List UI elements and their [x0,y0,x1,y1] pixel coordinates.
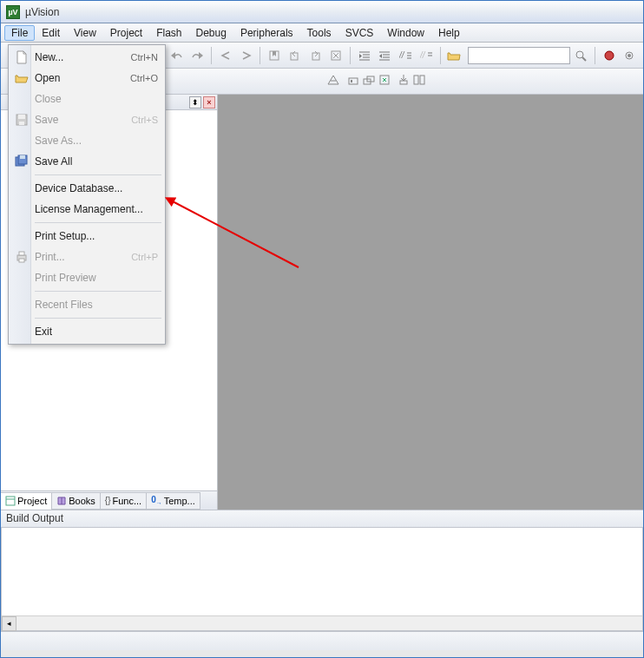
menu-project[interactable]: Project [103,25,149,41]
tab-templates[interactable]: 0→ Temp... [146,492,200,510]
horizontal-scrollbar[interactable]: ◂ [2,615,642,630]
menu-item-print[interactable]: Print... Ctrl+P [10,247,163,267]
batch-build-icon[interactable] [378,74,391,89]
undo-icon[interactable] [168,46,187,65]
save-icon [14,112,30,128]
menu-help[interactable]: Help [431,25,467,41]
menu-item-save[interactable]: Save Ctrl+S [10,109,163,130]
svg-rect-28 [351,80,352,82]
svg-point-21 [576,51,583,58]
comment-icon[interactable]: // [396,46,415,65]
debug-icon[interactable] [600,46,619,65]
tab-functions-label: Func... [113,496,142,506]
find-icon[interactable] [571,46,590,65]
nav-forward-icon[interactable] [237,46,256,65]
title-bar: µV µVision [1,1,643,23]
bookmark-icon[interactable] [265,46,284,65]
rebuild-icon[interactable] [363,74,375,89]
menu-item-license-management[interactable]: License Management... [10,199,163,220]
menu-open-label: Open [35,72,60,84]
menu-save-shortcut: Ctrl+S [131,115,158,125]
window-title: µVision [25,6,59,18]
svg-text://: // [399,50,405,60]
menu-debug[interactable]: Debug [189,25,233,41]
menu-print-shortcut: Ctrl+P [131,252,158,262]
menu-item-close[interactable]: Close [10,89,163,109]
app-icon: µV [6,5,20,19]
svg-rect-45 [19,259,24,262]
menu-item-open[interactable]: Open Ctrl+O [10,68,163,89]
menu-item-print-preview[interactable]: Print Preview [10,267,163,288]
menu-devdb-label: Device Database... [35,182,122,194]
scroll-left-icon[interactable]: ◂ [2,616,16,631]
outdent-icon[interactable] [376,46,395,65]
menu-item-device-database[interactable]: Device Database... [10,178,163,199]
svg-text://: // [420,50,426,60]
menu-new-label: New... [35,51,63,63]
file-dropdown-menu: New... Ctrl+N Open Ctrl+O Close Save Ctr… [8,44,166,345]
menu-saveall-label: Save All [35,155,72,168]
menu-item-saveall[interactable]: Save All [10,151,163,172]
build-output-panel[interactable]: ◂ [1,527,643,631]
menu-file[interactable]: File [4,25,35,41]
build-output-title: Build Output [1,510,643,527]
menu-saveas-label: Save As... [35,135,82,147]
tab-project-label: Project [17,496,47,506]
bookmark-prev-icon[interactable] [286,46,305,65]
menu-item-recent-files[interactable]: Recent Files [10,294,163,315]
menu-item-new[interactable]: New... Ctrl+N [10,47,163,68]
menu-peripherals[interactable]: Peripherals [233,25,300,41]
svg-rect-44 [19,252,24,255]
menu-exit-label: Exit [35,326,52,338]
download-icon[interactable] [398,74,410,89]
menu-recent-label: Recent Files [35,299,93,311]
menu-item-print-setup[interactable]: Print Setup... [10,226,163,247]
menu-item-exit[interactable]: Exit [10,321,163,342]
svg-rect-1 [291,53,298,60]
folder-open-icon [14,70,30,86]
menu-separator [35,174,161,175]
menu-window[interactable]: Window [380,25,431,41]
pin-icon[interactable]: ⬍ [189,96,201,109]
templates-tab-icon: 0→ [151,495,162,506]
folder-open-icon[interactable] [444,46,463,65]
tab-project[interactable]: Project [0,492,52,510]
find-combo[interactable] [468,47,570,64]
separator [350,47,351,64]
nav-back-icon[interactable] [216,46,235,65]
options-icon[interactable] [326,74,340,89]
indent-icon[interactable] [355,46,374,65]
menu-tools[interactable]: Tools [300,25,338,41]
menu-print-label: Print... [35,251,65,263]
panel-tabs: Project Books {} Func... 0→ Temp... [1,490,217,510]
svg-rect-42 [20,155,25,159]
svg-rect-33 [414,76,418,84]
bookmark-next-icon[interactable] [306,46,325,65]
menu-close-label: Close [35,93,62,105]
menu-svcs[interactable]: SVCS [338,25,381,41]
separator [211,47,212,64]
menu-item-saveas[interactable]: Save As... [10,130,163,151]
project-tab-icon [5,496,16,506]
redo-icon[interactable] [188,46,207,65]
editor-area [218,95,643,510]
menu-save-label: Save [35,114,58,126]
menu-view[interactable]: View [67,25,103,41]
manage-icon[interactable] [413,74,425,89]
menu-edit[interactable]: Edit [35,25,67,41]
tab-books-label: Books [69,496,95,506]
tab-books[interactable]: Books [51,492,101,510]
build-icon[interactable] [347,74,359,89]
svg-rect-35 [6,497,15,505]
close-icon[interactable]: × [203,96,215,109]
svg-point-23 [605,51,614,60]
svg-rect-2 [312,53,319,60]
menu-flash[interactable]: Flash [149,25,188,41]
tab-functions[interactable]: {} Func... [100,492,147,510]
tab-templates-label: Temp... [164,496,195,506]
bookmark-clear-icon[interactable] [326,46,345,65]
books-tab-icon [56,496,67,506]
svg-point-25 [628,54,631,57]
uncomment-icon[interactable]: // [417,46,436,65]
breakpoint-icon[interactable] [620,46,639,65]
